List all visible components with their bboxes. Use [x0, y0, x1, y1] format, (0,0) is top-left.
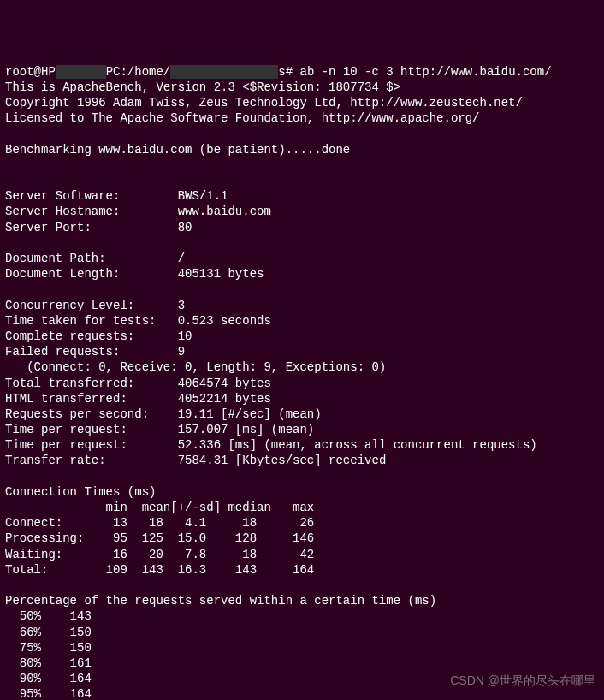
server-port: Server Port: 80 — [5, 221, 192, 234]
transfer-rate: Transfer rate: 7584.31 [Kbytes/sec] rece… — [5, 454, 386, 467]
redacted-host — [56, 65, 106, 79]
failed-requests: Failed requests: 9 — [5, 345, 185, 359]
benchmarking-line: Benchmarking www.baidu.com (be patient).… — [5, 143, 350, 157]
percentile-75: 75% 150 — [5, 641, 92, 655]
waiting-row: Waiting: 16 20 7.8 18 42 — [5, 548, 314, 561]
connection-times-title: Connection Times (ms) — [5, 485, 156, 499]
failed-detail: (Connect: 0, Receive: 0, Length: 9, Exce… — [5, 360, 386, 374]
requests-per-second: Requests per second: 19.11 [#/sec] (mean… — [5, 407, 322, 421]
prompt-line-1: root@HP PC:/home/ s# ab -n 10 -c 3 http:… — [5, 65, 552, 79]
percentiles-title: Percentage of the requests served within… — [5, 594, 436, 608]
command-text: ab -n 10 -c 3 http://www.baidu.com/ — [300, 65, 552, 79]
terminal-output: root@HP PC:/home/ s# ab -n 10 -c 3 http:… — [5, 64, 599, 700]
document-path: Document Path: / — [5, 252, 185, 265]
html-transferred: HTML transferred: 4052214 bytes — [5, 392, 271, 406]
processing-row: Processing: 95 125 15.0 128 146 — [5, 531, 314, 545]
header-line-1: This is ApacheBench, Version 2.3 <$Revis… — [5, 80, 400, 94]
concurrency-level: Concurrency Level: 3 — [5, 299, 185, 312]
time-per-request-2: Time per request: 52.336 [ms] (mean, acr… — [5, 438, 537, 452]
percentile-95: 95% 164 — [5, 687, 92, 700]
percentile-50: 50% 143 — [5, 609, 92, 623]
connect-row: Connect: 13 18 4.1 18 26 — [5, 516, 314, 530]
time-taken: Time taken for tests: 0.523 seconds — [5, 314, 271, 328]
server-hostname: Server Hostname: www.baidu.com — [5, 205, 271, 218]
connection-times-header: min mean[+/-sd] median max — [5, 501, 314, 514]
total-row: Total: 109 143 16.3 143 164 — [5, 563, 314, 577]
percentile-66: 66% 150 — [5, 626, 92, 639]
redacted-path — [170, 65, 278, 79]
prompt-suffix: s# — [278, 65, 299, 79]
percentile-80: 80% 161 — [5, 656, 92, 670]
header-line-3: Licensed to The Apache Software Foundati… — [5, 111, 480, 125]
server-software: Server Software: BWS/1.1 — [5, 189, 228, 203]
time-per-request-1: Time per request: 157.007 [ms] (mean) — [5, 423, 314, 436]
prompt-user: root@HP — [5, 65, 56, 79]
prompt-path: PC:/home/ — [106, 65, 171, 79]
percentile-90: 90% 164 — [5, 672, 92, 685]
header-line-2: Copyright 1996 Adam Twiss, Zeus Technolo… — [5, 96, 523, 110]
complete-requests: Complete requests: 10 — [5, 329, 192, 343]
total-transferred: Total transferred: 4064574 bytes — [5, 377, 271, 390]
document-length: Document Length: 405131 bytes — [5, 267, 264, 281]
